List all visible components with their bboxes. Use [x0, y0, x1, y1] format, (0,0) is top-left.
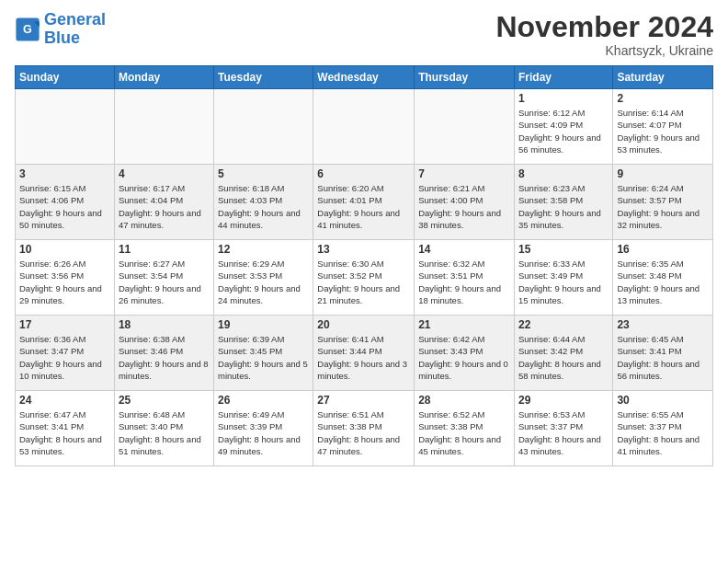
day-info: Sunrise: 6:17 AM Sunset: 4:04 PM Dayligh… — [119, 182, 210, 231]
month-title: November 2024 — [495, 11, 713, 43]
calendar-cell — [16, 89, 115, 165]
day-number: 20 — [317, 318, 410, 331]
calendar-week-row: 3Sunrise: 6:15 AM Sunset: 4:06 PM Daylig… — [16, 165, 713, 240]
day-info: Sunrise: 6:30 AM Sunset: 3:52 PM Dayligh… — [317, 258, 410, 306]
calendar-cell: 21Sunrise: 6:42 AM Sunset: 3:43 PM Dayli… — [415, 316, 515, 391]
day-info: Sunrise: 6:23 AM Sunset: 3:58 PM Dayligh… — [518, 182, 609, 231]
header: G General Blue November 2024 Khartsyzk, … — [15, 11, 713, 58]
day-number: 16 — [617, 243, 709, 256]
logo-icon: G — [15, 17, 40, 42]
calendar-cell: 3Sunrise: 6:15 AM Sunset: 4:06 PM Daylig… — [16, 165, 115, 240]
svg-text:G: G — [23, 23, 32, 36]
day-info: Sunrise: 6:26 AM Sunset: 3:56 PM Dayligh… — [19, 258, 110, 306]
logo-line1: General — [44, 10, 106, 29]
day-info: Sunrise: 6:41 AM Sunset: 3:44 PM Dayligh… — [317, 333, 410, 382]
day-info: Sunrise: 6:52 AM Sunset: 3:38 PM Dayligh… — [418, 408, 510, 457]
calendar-cell: 18Sunrise: 6:38 AM Sunset: 3:46 PM Dayli… — [114, 316, 213, 391]
day-number: 15 — [518, 243, 609, 256]
day-number: 5 — [218, 167, 309, 180]
day-info: Sunrise: 6:44 AM Sunset: 3:42 PM Dayligh… — [518, 333, 609, 382]
calendar-cell — [114, 89, 213, 165]
calendar-cell: 15Sunrise: 6:33 AM Sunset: 3:49 PM Dayli… — [514, 240, 612, 316]
calendar-cell: 12Sunrise: 6:29 AM Sunset: 3:53 PM Dayli… — [214, 240, 313, 316]
day-info: Sunrise: 6:48 AM Sunset: 3:40 PM Dayligh… — [119, 408, 210, 457]
calendar-table: SundayMondayTuesdayWednesdayThursdayFrid… — [15, 65, 713, 466]
day-info: Sunrise: 6:29 AM Sunset: 3:53 PM Dayligh… — [218, 258, 309, 306]
calendar-cell: 1Sunrise: 6:12 AM Sunset: 4:09 PM Daylig… — [514, 89, 612, 165]
calendar-cell: 30Sunrise: 6:55 AM Sunset: 3:37 PM Dayli… — [613, 391, 713, 466]
day-number: 1 — [518, 92, 609, 105]
day-info: Sunrise: 6:33 AM Sunset: 3:49 PM Dayligh… — [518, 258, 609, 306]
day-info: Sunrise: 6:36 AM Sunset: 3:47 PM Dayligh… — [19, 333, 110, 382]
day-number: 23 — [617, 318, 709, 331]
calendar-week-row: 24Sunrise: 6:47 AM Sunset: 3:41 PM Dayli… — [16, 391, 713, 466]
day-info: Sunrise: 6:14 AM Sunset: 4:07 PM Dayligh… — [617, 107, 709, 155]
day-number: 8 — [518, 167, 609, 180]
day-info: Sunrise: 6:32 AM Sunset: 3:51 PM Dayligh… — [418, 258, 510, 306]
day-number: 18 — [119, 318, 210, 331]
calendar-cell: 8Sunrise: 6:23 AM Sunset: 3:58 PM Daylig… — [514, 165, 612, 240]
calendar-cell: 7Sunrise: 6:21 AM Sunset: 4:00 PM Daylig… — [415, 165, 515, 240]
page: G General Blue November 2024 Khartsyzk, … — [0, 0, 728, 563]
day-number: 30 — [617, 394, 709, 407]
calendar-cell: 6Sunrise: 6:20 AM Sunset: 4:01 PM Daylig… — [313, 165, 415, 240]
calendar-header-saturday: Saturday — [613, 66, 713, 89]
day-number: 10 — [19, 243, 110, 256]
calendar-cell — [214, 89, 313, 165]
day-number: 27 — [317, 394, 410, 407]
day-info: Sunrise: 6:15 AM Sunset: 4:06 PM Dayligh… — [19, 182, 110, 231]
day-info: Sunrise: 6:35 AM Sunset: 3:48 PM Dayligh… — [617, 258, 709, 306]
day-info: Sunrise: 6:12 AM Sunset: 4:09 PM Dayligh… — [518, 107, 609, 155]
day-number: 17 — [19, 318, 110, 331]
logo: G General Blue — [15, 11, 106, 48]
calendar-cell: 10Sunrise: 6:26 AM Sunset: 3:56 PM Dayli… — [16, 240, 115, 316]
day-info: Sunrise: 6:47 AM Sunset: 3:41 PM Dayligh… — [19, 408, 110, 457]
calendar-cell: 28Sunrise: 6:52 AM Sunset: 3:38 PM Dayli… — [415, 391, 515, 466]
day-number: 6 — [317, 167, 410, 180]
day-info: Sunrise: 6:38 AM Sunset: 3:46 PM Dayligh… — [119, 333, 210, 382]
calendar-cell: 11Sunrise: 6:27 AM Sunset: 3:54 PM Dayli… — [114, 240, 213, 316]
day-number: 28 — [418, 394, 510, 407]
calendar-week-row: 1Sunrise: 6:12 AM Sunset: 4:09 PM Daylig… — [16, 89, 713, 165]
day-number: 19 — [218, 318, 309, 331]
day-number: 25 — [119, 394, 210, 407]
day-number: 2 — [617, 92, 709, 105]
day-info: Sunrise: 6:20 AM Sunset: 4:01 PM Dayligh… — [317, 182, 410, 231]
day-number: 22 — [518, 318, 609, 331]
calendar-cell — [313, 89, 415, 165]
calendar-cell: 23Sunrise: 6:45 AM Sunset: 3:41 PM Dayli… — [613, 316, 713, 391]
calendar-cell: 25Sunrise: 6:48 AM Sunset: 3:40 PM Dayli… — [114, 391, 213, 466]
calendar-cell: 27Sunrise: 6:51 AM Sunset: 3:38 PM Dayli… — [313, 391, 415, 466]
day-info: Sunrise: 6:18 AM Sunset: 4:03 PM Dayligh… — [218, 182, 309, 231]
title-block: November 2024 Khartsyzk, Ukraine — [495, 11, 713, 58]
calendar-cell: 22Sunrise: 6:44 AM Sunset: 3:42 PM Dayli… — [514, 316, 612, 391]
day-number: 13 — [317, 243, 410, 256]
day-info: Sunrise: 6:27 AM Sunset: 3:54 PM Dayligh… — [119, 258, 210, 306]
calendar-week-row: 17Sunrise: 6:36 AM Sunset: 3:47 PM Dayli… — [16, 316, 713, 391]
calendar-header-monday: Monday — [114, 66, 213, 89]
day-info: Sunrise: 6:39 AM Sunset: 3:45 PM Dayligh… — [218, 333, 309, 382]
day-info: Sunrise: 6:21 AM Sunset: 4:00 PM Dayligh… — [418, 182, 510, 231]
calendar-cell: 17Sunrise: 6:36 AM Sunset: 3:47 PM Dayli… — [16, 316, 115, 391]
calendar-cell: 14Sunrise: 6:32 AM Sunset: 3:51 PM Dayli… — [415, 240, 515, 316]
day-number: 29 — [518, 394, 609, 407]
calendar-cell: 29Sunrise: 6:53 AM Sunset: 3:37 PM Dayli… — [514, 391, 612, 466]
day-info: Sunrise: 6:45 AM Sunset: 3:41 PM Dayligh… — [617, 333, 709, 382]
day-number: 7 — [418, 167, 510, 180]
calendar-header-row: SundayMondayTuesdayWednesdayThursdayFrid… — [16, 66, 713, 89]
day-number: 3 — [19, 167, 110, 180]
day-info: Sunrise: 6:49 AM Sunset: 3:39 PM Dayligh… — [218, 408, 309, 457]
calendar-cell: 13Sunrise: 6:30 AM Sunset: 3:52 PM Dayli… — [313, 240, 415, 316]
day-number: 4 — [119, 167, 210, 180]
location-subtitle: Khartsyzk, Ukraine — [495, 43, 713, 58]
day-number: 24 — [19, 394, 110, 407]
calendar-header-thursday: Thursday — [415, 66, 515, 89]
calendar-week-row: 10Sunrise: 6:26 AM Sunset: 3:56 PM Dayli… — [16, 240, 713, 316]
day-number: 12 — [218, 243, 309, 256]
calendar-cell: 24Sunrise: 6:47 AM Sunset: 3:41 PM Dayli… — [16, 391, 115, 466]
calendar-header-wednesday: Wednesday — [313, 66, 415, 89]
calendar-cell: 19Sunrise: 6:39 AM Sunset: 3:45 PM Dayli… — [214, 316, 313, 391]
day-info: Sunrise: 6:55 AM Sunset: 3:37 PM Dayligh… — [617, 408, 709, 457]
calendar-cell: 5Sunrise: 6:18 AM Sunset: 4:03 PM Daylig… — [214, 165, 313, 240]
day-info: Sunrise: 6:42 AM Sunset: 3:43 PM Dayligh… — [418, 333, 510, 382]
